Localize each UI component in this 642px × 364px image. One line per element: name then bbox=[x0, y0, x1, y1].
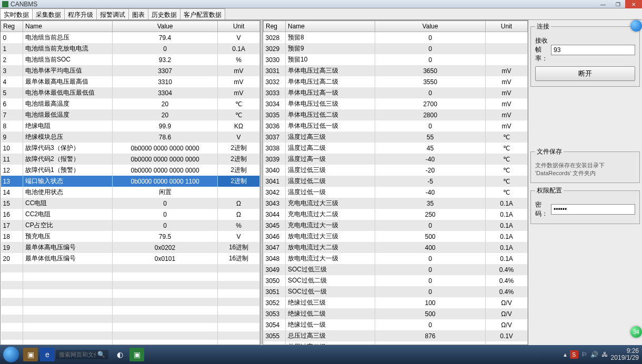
table-row[interactable]: 3031单体电压过高三级3650mV bbox=[264, 65, 528, 76]
tab-0[interactable]: 实时数据 bbox=[0, 8, 33, 19]
table-row[interactable]: 2电池组当前SOC93.2% bbox=[1, 54, 260, 65]
cell-reg: 3052 bbox=[264, 297, 286, 308]
table-row[interactable]: 13端口输入状态0b0000 0000 0000 11002进制 bbox=[1, 176, 260, 187]
table-row[interactable]: 3044充电电流过大二级2500.1A bbox=[264, 209, 528, 220]
maximize-button[interactable] bbox=[610, 0, 625, 8]
tray-chevron-icon[interactable]: ▴ bbox=[564, 351, 567, 358]
taskbar-search-input[interactable] bbox=[59, 351, 96, 358]
search-icon[interactable]: 🔍 bbox=[97, 351, 105, 358]
cell-reg: 3042 bbox=[264, 187, 286, 198]
table-row[interactable]: 3电池单体平均电压值3307mV bbox=[1, 65, 260, 76]
taskbar-icon-ie[interactable]: e bbox=[40, 348, 55, 361]
col-name[interactable]: Name bbox=[286, 21, 375, 32]
table-row[interactable]: 3055总压过高三级8760.1V bbox=[264, 330, 528, 341]
right-data-grid[interactable]: Reg Name Value Unit 3028预留803029预留903030… bbox=[263, 20, 528, 345]
minimize-button[interactable] bbox=[596, 0, 610, 8]
cell-value: 35 bbox=[375, 198, 486, 209]
table-row[interactable]: 3048放电电流过大一级00.1A bbox=[264, 253, 528, 264]
taskbar-app-1[interactable]: ◐ bbox=[113, 348, 127, 361]
table-row[interactable]: 20最单体低电压编号0x010116进制 bbox=[1, 253, 260, 264]
table-row[interactable]: 15CC电阻0Ω bbox=[1, 198, 260, 209]
table-row[interactable]: 9绝缘模块总压78.6V bbox=[1, 132, 260, 143]
tray-clock[interactable]: 9:26 2019/1/29 bbox=[611, 348, 639, 361]
table-row[interactable]: 3039温度过高一级-40℃ bbox=[264, 154, 528, 165]
table-row[interactable]: 19最单体高电压编号0x020216进制 bbox=[1, 242, 260, 253]
tab-4[interactable]: 图表 bbox=[128, 8, 148, 19]
cell-unit: V bbox=[218, 231, 260, 242]
table-row[interactable]: 3038温度过高二级45℃ bbox=[264, 143, 528, 154]
table-row[interactable]: 10故障代码3（保护）0b0000 0000 0000 00002进制 bbox=[1, 143, 260, 154]
table-row[interactable]: 3047放电电流过大二级4000.1A bbox=[264, 242, 528, 253]
table-row[interactable]: 3046放电电流过大三级5000.1A bbox=[264, 231, 528, 242]
table-row[interactable]: 3045充电电流过大一级00.1A bbox=[264, 220, 528, 231]
col-value[interactable]: Value bbox=[375, 21, 486, 32]
table-row[interactable]: 3037温度过高三级55℃ bbox=[264, 132, 528, 143]
tray-icon-s[interactable]: S bbox=[570, 350, 578, 359]
tray-network-icon[interactable]: 🖧 bbox=[601, 351, 608, 358]
tray-volume-icon[interactable]: 🔊 bbox=[590, 351, 598, 358]
col-unit[interactable]: Unit bbox=[485, 21, 527, 32]
table-row[interactable]: 3056总压过高二级8520.1V bbox=[264, 341, 528, 345]
table-row[interactable]: 3051SOC过低一级00.4% bbox=[264, 286, 528, 297]
table-row[interactable]: 3033单体电压过高一级0mV bbox=[264, 87, 528, 98]
table-row[interactable]: 8绝缘电阻99.9KΩ bbox=[1, 120, 260, 132]
table-row[interactable]: 3028预留80 bbox=[264, 32, 528, 44]
table-row[interactable]: 5电池单体最低电压最低值3304mV bbox=[1, 87, 260, 98]
tab-2[interactable]: 程序升级 bbox=[64, 8, 97, 19]
table-row[interactable]: 3040温度过低三级-20℃ bbox=[264, 165, 528, 176]
tab-3[interactable]: 报警调试 bbox=[96, 8, 129, 19]
cell-reg: 3055 bbox=[264, 330, 286, 341]
table-row[interactable]: 3029预留90 bbox=[264, 43, 528, 54]
tab-6[interactable]: 客户配置数据 bbox=[180, 8, 225, 19]
disconnect-button[interactable]: 断开 bbox=[535, 66, 635, 81]
cell-name: 放电电流过大三级 bbox=[286, 231, 375, 242]
table-row[interactable]: 3052绝缘过低三级100Ω/V bbox=[264, 297, 528, 308]
cell-name: 预留10 bbox=[286, 54, 375, 65]
table-row[interactable]: 3042温度过低一级-40℃ bbox=[264, 187, 528, 198]
tab-1[interactable]: 采集数据 bbox=[32, 8, 65, 19]
table-row[interactable]: 3053绝缘过低二级500Ω/V bbox=[264, 308, 528, 319]
side-badge-green[interactable]: 34 bbox=[630, 326, 642, 338]
table-row[interactable]: 12故障代码1（预警）0b0000 0000 0000 00002进制 bbox=[1, 165, 260, 176]
cell-value: 500 bbox=[375, 308, 486, 319]
table-row[interactable]: 3050SOC过低二级00.4% bbox=[264, 275, 528, 286]
table-row[interactable]: 3054绝缘过低一级0Ω/V bbox=[264, 319, 528, 330]
side-badge-blue[interactable] bbox=[630, 20, 642, 32]
table-row[interactable]: 3049SOC过低三级00.4% bbox=[264, 264, 528, 275]
table-row[interactable]: 3035单体电压过低二级2800mV bbox=[264, 109, 528, 120]
table-row[interactable]: 17CP占空比0% bbox=[1, 220, 260, 231]
rate-input[interactable] bbox=[551, 45, 635, 55]
col-reg[interactable]: Reg bbox=[1, 21, 23, 32]
password-input[interactable] bbox=[551, 204, 635, 215]
col-name[interactable]: Name bbox=[23, 21, 113, 32]
table-row[interactable]: 3041温度过低二级-5℃ bbox=[264, 176, 528, 187]
col-unit[interactable]: Unit bbox=[218, 21, 260, 32]
col-reg[interactable]: Reg bbox=[264, 21, 286, 32]
cell-value: -20 bbox=[375, 165, 486, 176]
table-row[interactable]: 1电池组当前充放电电流00.1A bbox=[1, 43, 260, 54]
col-value[interactable]: Value bbox=[113, 21, 218, 32]
close-button[interactable] bbox=[625, 0, 642, 8]
cell-value: 0x0202 bbox=[113, 242, 218, 253]
table-row[interactable]: 3043充电电流过大三级350.1A bbox=[264, 198, 528, 209]
table-row[interactable]: 0电池组当前总压79.4V bbox=[1, 32, 260, 44]
table-row[interactable]: 16CC2电阻0Ω bbox=[1, 209, 260, 220]
table-row[interactable]: 18预充电压79.5V bbox=[1, 231, 260, 242]
table-row[interactable]: 3034单体电压过低三级2700mV bbox=[264, 98, 528, 109]
cell-name: 温度过低二级 bbox=[286, 176, 375, 187]
tray-flag-icon[interactable]: ⚐ bbox=[581, 351, 587, 358]
taskbar-search[interactable]: 🔍 bbox=[56, 350, 108, 359]
table-row[interactable]: 4最单体最高电压最高值3310mV bbox=[1, 76, 260, 87]
taskbar-app-canbms[interactable]: ▣ bbox=[129, 348, 144, 361]
tab-5[interactable]: 历史数据 bbox=[148, 8, 180, 19]
table-row[interactable]: 7电池组最低温度20℃ bbox=[1, 109, 260, 120]
table-row[interactable]: 6电池组最高温度20℃ bbox=[1, 98, 260, 109]
start-button[interactable] bbox=[3, 347, 19, 362]
table-row[interactable]: 3030预留100 bbox=[264, 54, 528, 65]
left-data-grid[interactable]: Reg Name Value Unit 0电池组当前总压79.4V1电池组当前充… bbox=[0, 20, 260, 345]
table-row[interactable]: 3036单体电压过低一级0mV bbox=[264, 120, 528, 132]
table-row[interactable]: 11故障代码2（报警）0b0000 0000 0000 00002进制 bbox=[1, 154, 260, 165]
table-row[interactable]: 3032单体电压过高二级3550mV bbox=[264, 76, 528, 87]
taskbar-icon-1[interactable]: ▣ bbox=[23, 348, 38, 361]
table-row[interactable]: 14电池使用状态闲置 bbox=[1, 187, 260, 198]
